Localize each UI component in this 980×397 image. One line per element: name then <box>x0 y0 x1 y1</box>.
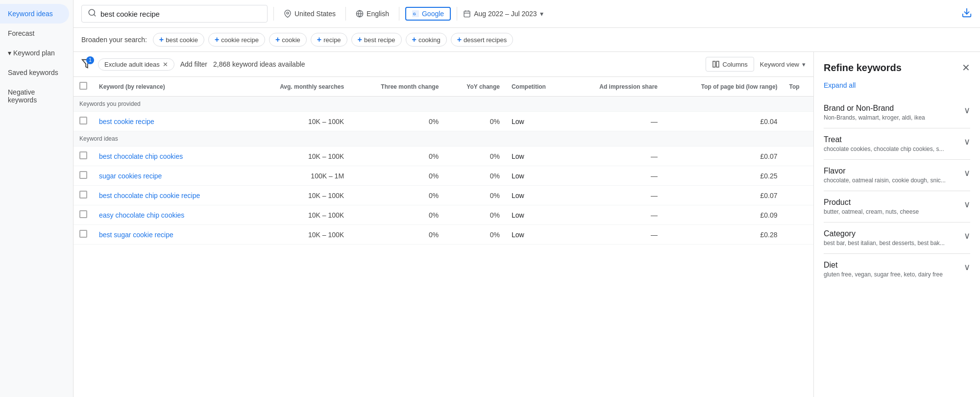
header-ad-impression[interactable]: Ad impression share <box>568 77 663 97</box>
refine-close-button[interactable]: ✕ <box>962 62 970 74</box>
row-top-bid-low: £0.07 <box>663 147 784 166</box>
section-header-label: Keyword ideas <box>74 131 813 147</box>
header-checkbox-cell[interactable] <box>74 77 93 97</box>
table-row: sugar cookies recipe100K – 1M0%0%Low—£0.… <box>74 166 813 186</box>
expand-all-button[interactable]: Expand all <box>824 81 970 89</box>
svg-text:G: G <box>413 12 416 16</box>
refine-category-brand-non-brand[interactable]: Brand or Non-BrandNon-Brands, walmart, k… <box>824 97 970 128</box>
columns-button[interactable]: Columns <box>706 57 754 72</box>
kw-view-label: Keyword view <box>760 61 799 68</box>
table-row: best cookie recipe10K – 100K0%0%Low—£0.0… <box>74 112 813 131</box>
add-filter-button[interactable]: Add filter <box>180 60 207 68</box>
row-top-col <box>784 112 813 131</box>
refine-category-flavor[interactable]: Flavorchocolate, oatmeal raisin, cookie … <box>824 160 970 191</box>
header-avg-monthly[interactable]: Avg. monthly searches <box>246 77 350 97</box>
sidebar-item-keyword-ideas[interactable]: Keyword ideas <box>0 4 69 24</box>
sidebar-item-keyword-plan[interactable]: ▾ Keyword plan <box>0 43 69 63</box>
row-keyword: best chocolate chip cookies <box>93 147 246 166</box>
broaden-chip-2[interactable]: +cookie <box>269 33 307 47</box>
row-avg-monthly: 10K – 100K <box>246 205 350 225</box>
row-top-bid-low: £0.25 <box>663 166 784 186</box>
keyword-link[interactable]: best chocolate chip cookies <box>99 152 183 160</box>
table-section-header: Keyword ideas <box>74 131 813 147</box>
keyword-link[interactable]: easy chocolate chip cookies <box>99 211 184 219</box>
row-checkbox-cell[interactable] <box>74 186 93 205</box>
table-row: best chocolate chip cookie recipe10K – 1… <box>74 186 813 205</box>
row-checkbox[interactable] <box>79 117 87 124</box>
row-keyword: best sugar cookie recipe <box>93 225 246 245</box>
table-row: easy chocolate chip cookies10K – 100K0%0… <box>74 205 813 225</box>
search-icon <box>88 8 97 19</box>
platform-control[interactable]: G Google <box>405 7 451 21</box>
row-top-col <box>784 166 813 186</box>
sidebar-item-negative-keywords[interactable]: Negative keywords <box>0 82 69 110</box>
table-row: best chocolate chip cookies10K – 100K0%0… <box>74 147 813 166</box>
refine-category-category[interactable]: Categorybest bar, best italian, best des… <box>824 223 970 254</box>
row-top-col <box>784 147 813 166</box>
row-ad-impression: — <box>568 225 663 245</box>
keyword-link[interactable]: best chocolate chip cookie recipe <box>99 192 200 199</box>
sidebar-item-forecast[interactable]: Forecast <box>0 24 69 43</box>
header-top-col[interactable]: Top <box>784 77 813 97</box>
keyword-link[interactable]: best cookie recipe <box>99 118 154 125</box>
row-yoy: 0% <box>444 186 506 205</box>
sidebar-item-saved-keywords[interactable]: Saved keywords <box>0 63 69 82</box>
broaden-chip-6[interactable]: +dessert recipes <box>451 33 514 47</box>
topbar: best cookie recipe United States English… <box>74 0 980 28</box>
keyword-link[interactable]: best sugar cookie recipe <box>99 231 173 239</box>
header-yoy[interactable]: YoY change <box>444 77 506 97</box>
svg-rect-13 <box>713 61 715 67</box>
row-checkbox-cell[interactable] <box>74 112 93 131</box>
refine-category-product[interactable]: Productbutter, oatmeal, cream, nuts, che… <box>824 191 970 223</box>
row-checkbox[interactable] <box>79 230 87 238</box>
row-checkbox-cell[interactable] <box>74 166 93 186</box>
download-button[interactable] <box>961 7 972 21</box>
row-competition: Low <box>506 205 568 225</box>
svg-rect-7 <box>464 11 470 17</box>
topbar-divider-2 <box>345 7 346 21</box>
plus-icon: + <box>358 35 362 44</box>
select-all-checkbox[interactable] <box>79 82 87 90</box>
row-checkbox[interactable] <box>79 191 87 198</box>
broaden-chip-1[interactable]: +cookie recipe <box>208 33 265 47</box>
svg-line-1 <box>94 14 95 16</box>
row-checkbox-cell[interactable] <box>74 225 93 245</box>
broaden-chip-4[interactable]: +best recipe <box>351 33 402 47</box>
row-checkbox[interactable] <box>79 151 87 159</box>
row-top-col <box>784 205 813 225</box>
exclude-adult-chip[interactable]: Exclude adult ideas ✕ <box>98 58 174 71</box>
refine-category-treat[interactable]: Treatchocolate cookies, chocolate chip c… <box>824 128 970 160</box>
broaden-chip-0[interactable]: +best cookie <box>153 33 204 47</box>
refine-cat-name: Brand or Non-Brand <box>824 104 960 113</box>
search-box[interactable]: best cookie recipe <box>81 5 268 23</box>
keyword-view-button[interactable]: Keyword view ▾ <box>760 61 806 68</box>
header-three-month[interactable]: Three month change <box>350 77 444 97</box>
plus-icon: + <box>317 35 321 44</box>
plus-icon: + <box>159 35 164 44</box>
broaden-chip-3[interactable]: +recipe <box>311 33 347 47</box>
topbar-divider-3 <box>399 7 399 21</box>
row-checkbox-cell[interactable] <box>74 205 93 225</box>
header-competition[interactable]: Competition <box>506 77 568 97</box>
table-row: best sugar cookie recipe10K – 100K0%0%Lo… <box>74 225 813 245</box>
row-checkbox[interactable] <box>79 210 87 218</box>
date-range-control[interactable]: Aug 2022 – Jul 2023 ▾ <box>463 10 543 18</box>
refine-category-diet[interactable]: Dietgluten free, vegan, sugar free, keto… <box>824 254 970 285</box>
row-three-month: 0% <box>350 186 444 205</box>
refine-cat-name: Flavor <box>824 167 960 175</box>
ideas-count: 2,868 keyword ideas available <box>213 60 700 68</box>
row-checkbox-cell[interactable] <box>74 147 93 166</box>
keyword-link[interactable]: sugar cookies recipe <box>99 172 162 180</box>
row-top-bid-low: £0.04 <box>663 112 784 131</box>
header-top-bid-low[interactable]: Top of page bid (low range) <box>663 77 784 97</box>
date-range-chevron: ▾ <box>540 10 543 18</box>
exclude-adult-close[interactable]: ✕ <box>163 61 168 68</box>
broaden-chip-5[interactable]: +cooking <box>406 33 447 47</box>
row-checkbox[interactable] <box>79 171 87 179</box>
header-keyword[interactable]: Keyword (by relevance) <box>93 77 246 97</box>
language-control[interactable]: English <box>352 8 393 20</box>
refine-cat-name: Product <box>824 198 960 207</box>
row-ad-impression: — <box>568 147 663 166</box>
location-control[interactable]: United States <box>280 8 340 20</box>
filter-icon-wrap[interactable]: 1 <box>81 58 92 71</box>
